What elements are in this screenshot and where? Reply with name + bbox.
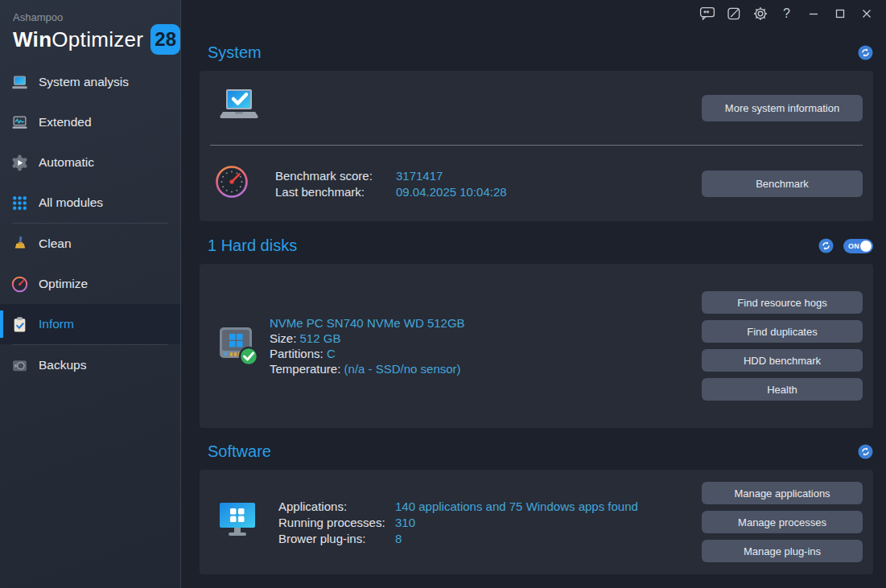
maximize-icon[interactable] (826, 2, 853, 25)
toggle-state-label: ON (848, 242, 859, 250)
grid-icon (11, 195, 28, 212)
refresh-icon[interactable] (818, 238, 834, 253)
sidebar: Ashampoo WinOptimizer 28 System analysis (0, 0, 181, 588)
brand-top: Ashampoo (13, 11, 180, 23)
disks-section-header: 1 Hard disks ON (200, 236, 873, 255)
benchmark-score-label: Benchmark score: (275, 169, 396, 183)
sidebar-item-label: Optimize (39, 277, 88, 291)
sidebar-item-all-modules[interactable]: All modules (0, 183, 180, 223)
sidebar-item-label: All modules (39, 195, 103, 210)
sidebar-item-label: Extended (39, 115, 92, 130)
backup-drive-icon (11, 357, 28, 374)
system-section-header: System (200, 43, 873, 62)
manage-processes-button[interactable]: Manage processes (702, 511, 863, 533)
hdd-benchmark-button[interactable]: HDD benchmark (702, 349, 863, 372)
last-benchmark-value: 09.04.2025 10:04:28 (396, 185, 507, 199)
sidebar-item-label: Inform (39, 317, 74, 331)
help-icon[interactable]: ? (773, 2, 800, 25)
plugins-label: Brower plug-ins: (278, 532, 395, 545)
benchmark-gauge-icon (216, 166, 248, 201)
sidebar-item-label: Backups (39, 358, 86, 372)
software-section-header: Software (200, 442, 873, 461)
sidebar-item-backups[interactable]: Backups (0, 345, 180, 385)
manage-plugins-button[interactable]: Manage plug-ins (702, 540, 863, 562)
software-section-title: Software (208, 442, 848, 461)
benchmark-score-value: 3171417 (396, 169, 507, 183)
feedback-icon[interactable]: ** (694, 2, 720, 25)
hard-disk-icon (213, 321, 260, 371)
minimize-icon[interactable] (800, 2, 826, 25)
refresh-icon[interactable] (858, 444, 873, 459)
disks-card: NVMe PC SN740 NVMe WD 512GB Size: 512 GB… (200, 264, 873, 428)
broom-icon (11, 236, 28, 253)
laptop-check-icon (11, 74, 28, 91)
sidebar-menu: System analysis Extended (0, 62, 180, 385)
main-area: ** ? (182, 0, 886, 588)
clipboard-check-icon (11, 316, 28, 333)
software-card: Applications: 140 applications and 75 Wi… (200, 470, 873, 574)
software-info: Applications: 140 applications and 75 Wi… (278, 500, 638, 545)
health-button[interactable]: Health (702, 378, 863, 401)
gear-play-icon (11, 154, 28, 171)
app-logo: Ashampoo WinOptimizer 28 (0, 0, 180, 55)
processes-label: Running processes: (278, 516, 395, 529)
plugins-value: 8 (395, 532, 638, 545)
close-icon[interactable] (853, 2, 880, 25)
more-system-information-button[interactable]: More system information (702, 95, 863, 121)
manage-applications-button[interactable]: Manage applications (702, 482, 863, 504)
software-actions: Manage applications Manage processes Man… (702, 482, 863, 562)
brand-name: WinOptimizer (13, 27, 143, 52)
processes-value: 310 (395, 516, 638, 529)
sidebar-item-label: Clean (39, 236, 72, 251)
find-resource-hogs-button[interactable]: Find resource hogs (702, 291, 863, 314)
benchmark-info: Benchmark score: 3171417 Last benchmark:… (275, 169, 507, 199)
disk-actions: Find resource hogs Find duplicates HDD b… (702, 291, 863, 401)
sidebar-item-inform[interactable]: Inform (0, 304, 180, 344)
toggle-knob (860, 241, 872, 252)
disk-temperature-value: (n/a - SSD/no sensor) (344, 362, 461, 376)
applications-value: 140 applications and 75 Windows apps fou… (395, 500, 638, 513)
apps-monitor-icon (219, 499, 256, 545)
laptop-check-icon (216, 87, 262, 129)
disk-name: NVMe PC SN740 NVMe WD 512GB (270, 315, 465, 331)
content: System (182, 43, 886, 574)
compose-note-icon[interactable] (720, 2, 747, 25)
last-benchmark-label: Last benchmark: (275, 185, 396, 199)
sidebar-item-label: Automatic (39, 155, 94, 170)
winoptimizer-window: Ashampoo WinOptimizer 28 System analysis (0, 0, 886, 588)
applications-label: Applications: (278, 500, 395, 513)
disk-size-label: Size: (270, 331, 296, 345)
sidebar-item-label: System analysis (39, 75, 129, 89)
disk-info: NVMe PC SN740 NVMe WD 512GB Size: 512 GB… (270, 315, 465, 376)
version-badge: 28 (150, 24, 180, 55)
benchmark-button[interactable]: Benchmark (702, 171, 863, 197)
sidebar-item-clean[interactable]: Clean (0, 224, 180, 264)
refresh-icon[interactable] (858, 45, 873, 60)
disk-partitions-value: C (327, 347, 336, 360)
system-card: More system information (200, 71, 873, 221)
disks-section-title: 1 Hard disks (208, 236, 809, 255)
sidebar-item-optimize[interactable]: Optimize (0, 264, 180, 304)
disk-temperature-label: Temperature: (270, 362, 340, 376)
sidebar-item-extended[interactable]: Extended (0, 102, 180, 142)
sidebar-item-system-analysis[interactable]: System analysis (0, 62, 180, 102)
svg-text:**: ** (703, 9, 710, 17)
disk-size-value: 512 GB (300, 331, 341, 345)
selected-indicator (0, 310, 3, 338)
system-section-title: System (208, 43, 848, 62)
settings-gear-icon[interactable] (747, 2, 773, 25)
disks-on-toggle[interactable]: ON (843, 239, 873, 253)
disk-partitions-label: Partitions: (270, 347, 323, 360)
titlebar: ** ? (182, 0, 886, 27)
monitor-pulse-icon (11, 114, 28, 131)
find-duplicates-button[interactable]: Find duplicates (702, 320, 863, 343)
sidebar-item-automatic[interactable]: Automatic (0, 142, 180, 183)
speedometer-icon (11, 276, 28, 293)
